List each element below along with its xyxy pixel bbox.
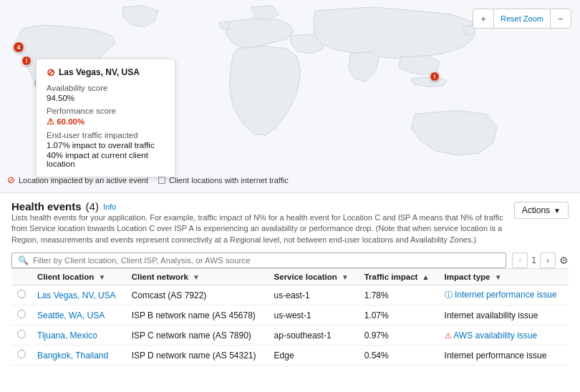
td-traffic-impact-3: 0.97% <box>359 325 439 346</box>
pagination: ‹ 1 › ⚙ <box>512 253 569 268</box>
th-client-network-label: Client network <box>132 273 188 281</box>
health-header: Health events (4) Info Lists health even… <box>11 200 569 250</box>
td-service-location-2: us-west-1 <box>269 305 359 325</box>
legend-error-icon: ⊘ <box>7 175 15 185</box>
td-service-location-1: us-east-1 <box>269 285 359 305</box>
pagination-prev-button[interactable]: ‹ <box>512 253 528 268</box>
th-client-location[interactable]: Client location ▼ <box>32 269 126 285</box>
sort-icon-client-location: ▼ <box>98 273 105 281</box>
td-traffic-impact-4: 0.54% <box>359 346 439 366</box>
sort-icon-traffic-impact: ▲ <box>422 273 430 281</box>
health-title-row: Health events (4) Info <box>11 200 513 212</box>
td-radio-1[interactable] <box>11 285 32 305</box>
map-popup: ⊘ Las Vegas, NV, USA Availability score … <box>36 59 175 177</box>
td-client-network-2: ISP B network name (AS 45678) <box>126 305 269 325</box>
reset-zoom-button[interactable]: Reset Zoom <box>493 9 551 28</box>
td-service-location-4: Edge <box>269 346 359 366</box>
td-client-location-1: Las Vegas, NV, USA <box>32 285 126 305</box>
td-client-network-4: ISP D network name (AS 54321) <box>126 346 269 366</box>
td-radio-4[interactable] <box>11 346 32 366</box>
bottom-panel: Health events (4) Info Lists health even… <box>0 193 580 366</box>
link-seattle[interactable]: Seattle, WA, USA <box>37 310 105 320</box>
td-client-location-3: Tijuana, Mexico <box>32 325 126 346</box>
link-las-vegas[interactable]: Las Vegas, NV, USA <box>37 290 116 300</box>
actions-chevron-icon: ▼ <box>554 207 561 215</box>
td-traffic-impact-1: 1.78% <box>359 285 439 305</box>
health-events-description: Lists health events for your application… <box>11 212 513 245</box>
td-impact-type-4: Internet performance issue <box>439 346 569 366</box>
zoom-controls: + Reset Zoom − <box>473 9 571 29</box>
health-events-title: Health events <box>11 200 82 212</box>
th-select <box>11 269 32 285</box>
popup-performance-label: Performance score <box>47 107 165 115</box>
pagination-page: 1 <box>531 255 536 265</box>
pin-seattle[interactable]: ! <box>21 56 32 66</box>
search-input[interactable] <box>33 256 500 265</box>
legend-traffic-label: Client locations with internet traffic <box>169 176 289 185</box>
popup-availability-value: 94.50% <box>47 94 165 102</box>
td-radio-3[interactable] <box>11 325 32 346</box>
legend-traffic: Client locations with internet traffic <box>158 176 289 185</box>
th-client-location-label: Client location <box>37 273 94 281</box>
th-service-location-label: Service location <box>274 273 337 281</box>
td-traffic-impact-2: 1.07% <box>359 305 439 325</box>
zoom-out-button[interactable]: − <box>551 9 571 28</box>
table-row: Bangkok, Thailand ISP D network name (AS… <box>11 346 569 366</box>
popup-title: ⊘ Las Vegas, NV, USA <box>47 67 165 78</box>
td-impact-type-1: ⓘ Internet performance issue <box>439 285 569 305</box>
health-events-count: (4) <box>86 200 99 212</box>
link-tijuana[interactable]: Tijuana, Mexico <box>37 330 97 340</box>
sort-icon-impact-type: ▼ <box>495 273 502 281</box>
th-impact-type-label: Impact type <box>445 273 490 281</box>
table-settings-icon[interactable]: ⚙ <box>559 255 569 266</box>
th-traffic-impact-label: Traffic impact <box>364 273 418 281</box>
map-legend: ⊘ Location impacted by an active event C… <box>7 175 289 185</box>
pin-bangkok[interactable]: ! <box>430 72 440 82</box>
popup-traffic-line1: 1.07% impact to overall traffic <box>47 141 165 150</box>
td-client-network-3: ISP C network name (AS 7890) <box>126 325 269 346</box>
link-bangkok[interactable]: Bangkok, Thailand <box>37 351 108 361</box>
legend-event: ⊘ Location impacted by an active event <box>7 175 148 185</box>
th-client-network[interactable]: Client network ▼ <box>126 269 269 285</box>
td-client-network-1: Comcast (AS 7922) <box>126 285 269 305</box>
popup-availability-label: Availability score <box>47 84 165 92</box>
actions-label: Actions <box>522 205 550 215</box>
th-service-location[interactable]: Service location ▼ <box>269 269 359 285</box>
legend-traffic-icon <box>158 177 165 184</box>
popup-performance-value: 60.00% <box>47 117 165 127</box>
legend-event-label: Location impacted by an active event <box>19 176 148 185</box>
map-container: ! ! ! ! 4 ⊘ Las Vegas, NV, USA Availabil… <box>0 0 580 193</box>
td-service-location-3: ap-southeast-1 <box>269 325 359 346</box>
table-row: Tijuana, Mexico ISP C network name (AS 7… <box>11 325 569 346</box>
actions-button[interactable]: Actions ▼ <box>514 202 569 219</box>
sort-icon-client-network: ▼ <box>193 273 200 281</box>
th-impact-type[interactable]: Impact type ▼ <box>439 269 569 285</box>
td-impact-type-3: ⚠ AWS availability issue <box>439 325 569 346</box>
table-row: Las Vegas, NV, USA Comcast (AS 7922) us-… <box>11 285 569 305</box>
popup-traffic-line2: 40% impact at current client location <box>47 151 165 168</box>
health-events-table: Client location ▼ Client network ▼ Servi… <box>11 268 569 366</box>
sort-icon-service-location: ▼ <box>342 273 349 281</box>
table-container: Client location ▼ Client network ▼ Servi… <box>11 268 569 366</box>
td-client-location-4: Bangkok, Thailand <box>32 346 126 366</box>
info-link[interactable]: Info <box>103 202 116 211</box>
link-impact-type-1[interactable]: ⓘ Internet performance issue <box>445 290 557 300</box>
td-radio-2[interactable] <box>11 305 32 325</box>
search-bar: 🔍 <box>11 253 506 268</box>
td-client-location-2: Seattle, WA, USA <box>32 305 126 325</box>
pin-cluster[interactable]: 4 <box>13 41 24 53</box>
pagination-next-button[interactable]: › <box>540 253 556 268</box>
th-traffic-impact[interactable]: Traffic impact ▲ <box>359 269 439 285</box>
link-impact-type-3[interactable]: ⚠ AWS availability issue <box>445 330 538 340</box>
search-icon: 🔍 <box>18 255 29 265</box>
table-row: Seattle, WA, USA ISP B network name (AS … <box>11 305 569 325</box>
td-impact-type-2: Internet availability issue <box>439 305 569 325</box>
zoom-in-button[interactable]: + <box>473 9 493 28</box>
popup-traffic-label: End-user traffic impacted <box>47 131 165 139</box>
